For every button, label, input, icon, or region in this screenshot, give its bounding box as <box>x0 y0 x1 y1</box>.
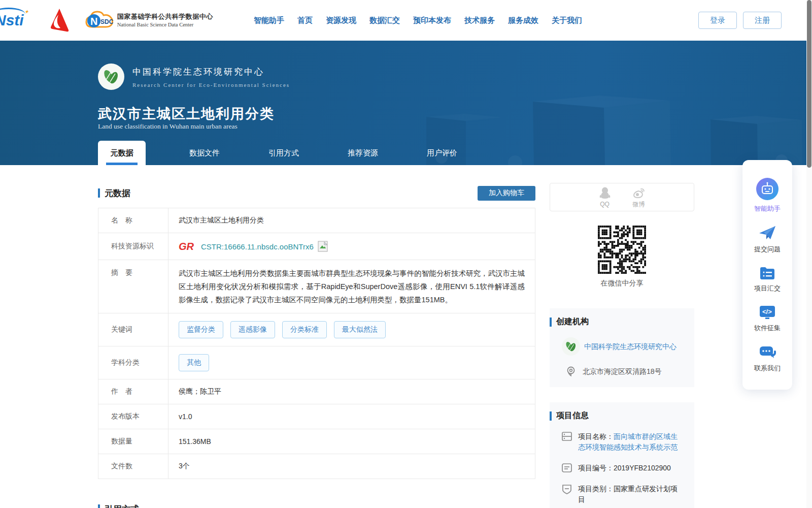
add-to-cart-button[interactable]: 加入购物车 <box>478 186 535 201</box>
table-row-size: 数据量 151.36MB <box>98 429 535 454</box>
tab-recommended[interactable]: 推荐资源 <box>323 141 402 165</box>
nsti-logo: Nsti✦ <box>0 12 31 29</box>
org-header: 中国科学院生态环境研究中心 Research Center for Eco-En… <box>98 64 290 90</box>
nbsdc-logo: N SDC 国家基础学科公共科学数据中心 National Basic Scie… <box>85 10 213 31</box>
org-name-en: Research Center for Eco-Environmental Sc… <box>132 82 290 88</box>
svg-text:</>: </> <box>762 308 772 315</box>
creator-leaf-logo <box>562 337 580 356</box>
qq-icon <box>599 186 611 200</box>
table-row-subject: 学科分类 其他 <box>98 346 535 379</box>
svg-text:GR: GR <box>179 241 194 252</box>
project-name-row: 项目名称：面向城市群的区域生态环境智能感知技术与系统示范 <box>562 431 682 453</box>
share-box: QQ 微博 <box>550 183 694 211</box>
subject-tag[interactable]: 其他 <box>179 354 209 371</box>
float-submit-question[interactable]: 提交问题 <box>754 225 781 254</box>
banner-cubes-decoration <box>426 41 812 165</box>
keyword-tag[interactable]: 分类标准 <box>282 321 327 338</box>
metadata-table: 名 称 武汉市主城区土地利用分类 科技资源标识 GR CSTR:16666.11… <box>98 208 535 479</box>
project-section-title: 项目信息 <box>550 410 694 421</box>
table-row-filecount: 文件数 3个 <box>98 454 535 479</box>
main-nav: 智能助手 首页 资源发现 数据汇交 预印本发布 技术服务 服务成效 关于我们 <box>254 0 582 41</box>
project-code-row: 项目编号：2019YFB2102900 <box>562 463 682 473</box>
qr-caption: 在微信中分享 <box>601 279 644 288</box>
keyword-tag[interactable]: 监督分类 <box>179 321 223 338</box>
nav-data-submission[interactable]: 数据汇交 <box>369 16 400 25</box>
weibo-icon <box>632 186 646 199</box>
tab-citation[interactable]: 引用方式 <box>244 141 323 165</box>
logo-cluster: Nsti✦ N SDC 国家基础学科公共科学数据中心 National Basi… <box>0 7 213 34</box>
project-info-box: 项目信息 项目名称：面向城市群的区域生态环境智能感知技术与系统示范 项目编号：2… <box>550 402 694 508</box>
float-project-submission[interactable]: 项目汇交 <box>754 266 781 293</box>
nav-service-results[interactable]: 服务成效 <box>508 16 538 25</box>
nav-about-us[interactable]: 关于我们 <box>552 16 582 25</box>
nav-ai-assistant[interactable]: 智能助手 <box>254 16 284 25</box>
cstr-identifier-link[interactable]: CSTR:16666.11.nbsdc.ooBNTrx6 <box>201 242 314 251</box>
keyword-tag[interactable]: 最大似然法 <box>334 321 386 338</box>
float-software-collection[interactable]: </> 软件征集 <box>754 305 781 333</box>
nav-preprint[interactable]: 预印本发布 <box>413 16 451 25</box>
project-shield-icon <box>562 484 572 494</box>
table-row-author: 作 者 侯鹰；陈卫平 <box>98 379 535 404</box>
keyword-tag[interactable]: 遥感影像 <box>230 321 275 338</box>
code-monitor-icon: </> <box>759 305 776 320</box>
wechat-share-qr-code <box>598 226 646 274</box>
robot-icon <box>756 177 779 201</box>
project-code-value: 2019YFB2102900 <box>614 464 671 472</box>
top-header: Nsti✦ N SDC 国家基础学科公共科学数据中心 National Basi… <box>0 0 812 41</box>
auth-buttons: 登录 注册 <box>698 12 782 29</box>
org-leaf-logo <box>98 64 124 90</box>
table-row-abstract: 摘 要 武汉市主城区土地利用分类数据集主要面城市群典型生态环境现象与事件的智能分… <box>98 260 535 313</box>
tab-data-files[interactable]: 数据文件 <box>165 141 244 165</box>
creator-box: 创建机构 中国科学院生态环境研究中心 北京市海淀区双清路18号 <box>550 308 694 387</box>
nbsdc-name-en: National Basic Science Data Center <box>117 21 213 28</box>
metadata-section-title: 元数据 <box>98 187 130 199</box>
project-name-label: 项目名称： <box>578 432 614 440</box>
citation-section-title: 引用方式 <box>98 503 139 508</box>
tab-metadata[interactable]: 元数据 <box>98 141 146 165</box>
hero-banner: 中国科学院生态环境研究中心 Research Center for Eco-En… <box>0 41 812 165</box>
cstr-logo-icon: GR <box>179 241 197 252</box>
table-row-version: 发布版本 v1.0 <box>98 404 535 429</box>
project-doc-icon <box>562 463 572 472</box>
svg-text:SDC: SDC <box>100 18 114 25</box>
page-scrollbar <box>806 0 812 508</box>
project-type-label: 项目类别： <box>578 485 614 493</box>
org-name-cn: 中国科学院生态环境研究中心 <box>132 66 290 78</box>
table-row-keywords: 关键词 监督分类 遥感影像 分类标准 最大似然法 <box>98 313 535 346</box>
floating-tools-panel: 智能助手 提交问题 项目汇交 </> 软件征集 联系我们 <box>742 160 792 390</box>
nbsdc-name-cn: 国家基础学科公共科学数据中心 <box>117 13 213 21</box>
creator-section-title: 创建机构 <box>550 316 694 327</box>
float-contact-us[interactable]: 联系我们 <box>754 345 781 373</box>
login-button[interactable]: 登录 <box>698 12 737 29</box>
chat-bubbles-icon <box>759 345 776 360</box>
section-accent-bar <box>98 188 100 198</box>
creator-org-link[interactable]: 中国科学院生态环境研究中心 <box>584 337 676 356</box>
paper-plane-icon <box>758 225 776 241</box>
share-weibo[interactable]: 微博 <box>632 186 646 209</box>
scrollbar-thumb[interactable] <box>807 0 811 168</box>
creator-address: 北京市海淀区双清路18号 <box>583 366 662 376</box>
nav-home[interactable]: 首页 <box>297 16 313 25</box>
project-card-icon <box>562 432 572 441</box>
nav-tech-service[interactable]: 技术服务 <box>464 16 495 25</box>
project-code-label: 项目编号： <box>578 464 614 472</box>
float-ai-assistant[interactable]: 智能助手 <box>754 177 781 213</box>
right-sidebar: QQ 微博 在微信中分享 创建机构 中国科学院生态环境研究中心 <box>550 165 694 508</box>
share-qq[interactable]: QQ <box>599 186 611 208</box>
metadata-panel: 元数据 加入购物车 名 称 武汉市主城区土地利用分类 科技资源标识 GR CST… <box>98 165 535 508</box>
table-row-name: 名 称 武汉市主城区土地利用分类 <box>98 208 535 233</box>
table-row-cstr: 科技资源标识 GR CSTR:16666.11.nbsdc.ooBNTrx6 <box>98 233 535 260</box>
nav-resource-discovery[interactable]: 资源发现 <box>326 16 356 25</box>
dataset-tabs: 元数据 数据文件 引用方式 推荐资源 用户评价 <box>98 141 482 165</box>
dataset-title: 武汉市主城区土地利用分类 <box>98 105 275 123</box>
copy-identifier-icon[interactable] <box>318 241 328 252</box>
casdc-red-logo <box>48 8 71 33</box>
project-type-row: 项目类别：国家重点研发计划项目 <box>562 484 682 505</box>
svg-text:N: N <box>90 16 97 27</box>
folder-list-icon <box>759 266 775 280</box>
dataset-subtitle: Land use classification in Wuhan main ur… <box>98 122 238 131</box>
register-button[interactable]: 注册 <box>743 12 782 29</box>
location-pin-icon <box>565 366 577 377</box>
tab-reviews[interactable]: 用户评价 <box>402 141 482 165</box>
